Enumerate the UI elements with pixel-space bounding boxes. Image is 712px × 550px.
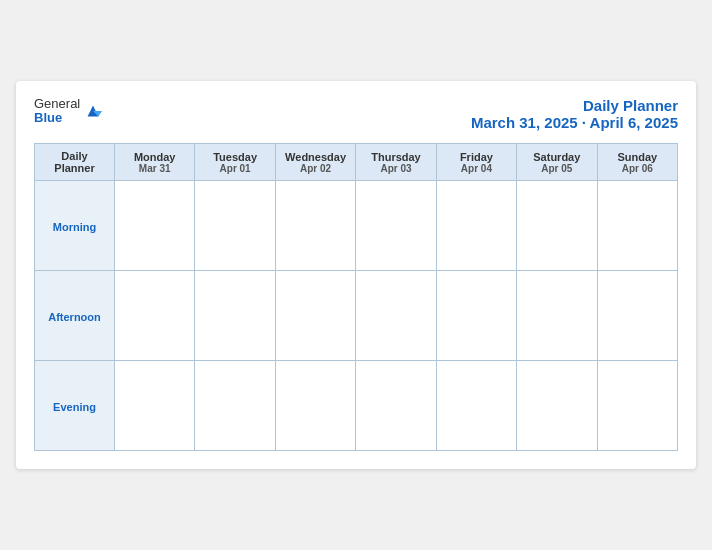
cell-afternoon-saturday[interactable] [517, 271, 597, 361]
logo-blue: Blue [34, 111, 80, 125]
cell-morning-thursday[interactable] [356, 181, 436, 271]
row-evening: Evening [35, 361, 678, 451]
cell-afternoon-wednesday[interactable] [275, 271, 355, 361]
cell-evening-tuesday[interactable] [195, 361, 275, 451]
header-title: Daily Planner March 31, 2025 · April 6, … [471, 97, 678, 131]
row-afternoon: Afternoon [35, 271, 678, 361]
logo-general: General [34, 97, 80, 111]
cell-afternoon-friday[interactable] [436, 271, 516, 361]
cell-morning-tuesday[interactable] [195, 181, 275, 271]
cell-morning-wednesday[interactable] [275, 181, 355, 271]
cell-afternoon-monday[interactable] [115, 271, 195, 361]
col-header-wednesday: Wednesday Apr 02 [275, 144, 355, 181]
planner-title: Daily Planner [471, 97, 678, 114]
cell-morning-sunday[interactable] [597, 181, 677, 271]
row-label-afternoon: Afternoon [35, 271, 115, 361]
col-header-tuesday: Tuesday Apr 01 [195, 144, 275, 181]
cell-afternoon-tuesday[interactable] [195, 271, 275, 361]
cell-afternoon-thursday[interactable] [356, 271, 436, 361]
col-header-friday: Friday Apr 04 [436, 144, 516, 181]
cell-morning-monday[interactable] [115, 181, 195, 271]
col-header-sunday: Sunday Apr 06 [597, 144, 677, 181]
planner-table: Daily Planner Monday Mar 31 Tuesday Apr … [34, 143, 678, 451]
cell-evening-friday[interactable] [436, 361, 516, 451]
cell-morning-friday[interactable] [436, 181, 516, 271]
planner-card: General Blue Daily Planner March 31, 202… [16, 81, 696, 469]
planner-header: General Blue Daily Planner March 31, 202… [34, 97, 678, 131]
logo: General Blue [34, 97, 102, 126]
col-header-monday: Monday Mar 31 [115, 144, 195, 181]
logo-icon [84, 102, 102, 120]
row-label-evening: Evening [35, 361, 115, 451]
col-header-thursday: Thursday Apr 03 [356, 144, 436, 181]
cell-evening-wednesday[interactable] [275, 361, 355, 451]
row-morning: Morning [35, 181, 678, 271]
cell-evening-thursday[interactable] [356, 361, 436, 451]
table-header-label: Daily Planner [35, 144, 115, 181]
cell-afternoon-sunday[interactable] [597, 271, 677, 361]
col-header-saturday: Saturday Apr 05 [517, 144, 597, 181]
cell-evening-sunday[interactable] [597, 361, 677, 451]
cell-morning-saturday[interactable] [517, 181, 597, 271]
row-label-morning: Morning [35, 181, 115, 271]
cell-evening-monday[interactable] [115, 361, 195, 451]
planner-date-range: March 31, 2025 · April 6, 2025 [471, 114, 678, 131]
cell-evening-saturday[interactable] [517, 361, 597, 451]
